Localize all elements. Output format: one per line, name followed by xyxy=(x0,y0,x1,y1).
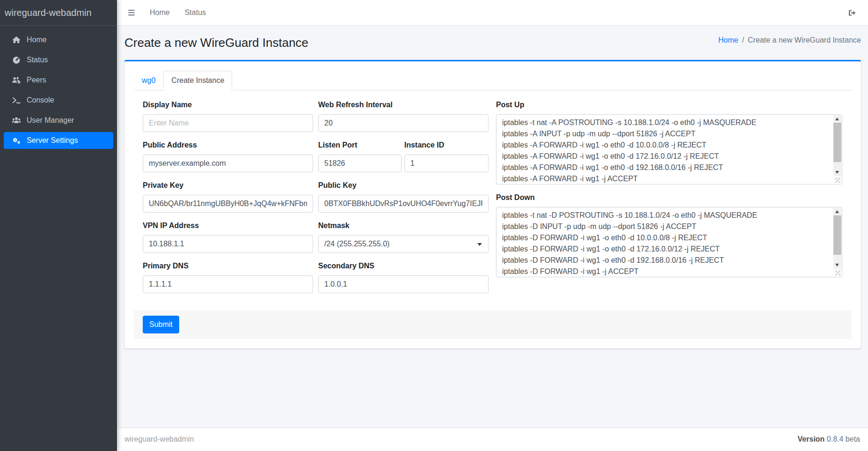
sidebar-item-label: Console xyxy=(27,96,54,104)
scroll-down-icon[interactable] xyxy=(833,169,841,176)
public-key-input[interactable] xyxy=(318,195,489,213)
tab-create-instance[interactable]: Create Instance xyxy=(163,71,232,90)
listen-port-label: Listen Port xyxy=(318,140,401,151)
form-footer-strip: Submit xyxy=(134,310,852,339)
sidebar-item-status[interactable]: Status xyxy=(4,52,113,68)
home-icon xyxy=(11,36,22,44)
netmask-select[interactable]: /24 (255.255.255.0) xyxy=(318,235,489,253)
scrollbar-thumb[interactable] xyxy=(833,123,841,162)
breadcrumb-separator: / xyxy=(742,36,744,44)
top-navbar: Home Status xyxy=(117,0,868,26)
users-gear-icon xyxy=(11,76,22,84)
sidebar-brand[interactable]: wireguard-webadmin xyxy=(0,0,117,26)
scroll-up-icon[interactable] xyxy=(833,208,841,215)
main-area: Home Status Create a new WireGuard Insta… xyxy=(117,0,868,451)
breadcrumb-current: Create a new WireGuard Instance xyxy=(748,36,861,44)
content-area: Create a new WireGuard Instance Home / C… xyxy=(117,26,868,428)
submit-button[interactable]: Submit xyxy=(143,316,179,333)
terminal-icon xyxy=(11,96,22,104)
primary-dns-input[interactable] xyxy=(143,275,313,293)
instance-form: Display Name Public Address Private Key xyxy=(143,99,852,301)
page-title: Create a new WireGuard Instance xyxy=(124,36,308,50)
secondary-dns-label: Secondary DNS xyxy=(318,260,489,272)
post-up-textarea[interactable]: iptables -t nat -A POSTROUTING -s 10.188… xyxy=(496,114,842,185)
resize-grip-icon[interactable] xyxy=(833,176,841,184)
sidebar-item-console[interactable]: Console xyxy=(4,92,113,109)
cogs-icon xyxy=(11,137,22,144)
sidebar-item-label: Server Settings xyxy=(27,136,78,145)
scroll-down-icon[interactable] xyxy=(833,261,841,269)
display-name-label: Display Name xyxy=(143,99,313,111)
footer-version: Version 0.8.4 beta xyxy=(798,435,860,451)
nav-status-link[interactable]: Status xyxy=(177,8,213,17)
post-down-label: Post Down xyxy=(496,192,842,203)
vpn-ip-label: VPN IP Address xyxy=(143,220,313,231)
scrollbar-thumb[interactable] xyxy=(833,215,841,255)
primary-dns-label: Primary DNS xyxy=(143,260,313,272)
sidebar-nav: Home Status xyxy=(0,26,117,149)
web-refresh-input[interactable] xyxy=(318,114,489,132)
display-name-input[interactable] xyxy=(143,114,313,132)
sidebar-item-peers[interactable]: Peers xyxy=(4,72,113,89)
post-up-label: Post Up xyxy=(496,99,842,111)
netmask-value: /24 (255.255.255.0) xyxy=(324,240,390,248)
post-down-textarea[interactable]: iptables -t nat -D POSTROUTING -s 10.188… xyxy=(496,207,842,277)
instance-tabs: wg0 Create Instance xyxy=(134,71,852,90)
private-key-input[interactable] xyxy=(143,195,313,213)
instance-card: wg0 Create Instance Display Name Public … xyxy=(124,60,861,348)
app-root: wireguard-webadmin Home Status xyxy=(0,0,868,451)
sidebar-item-label: User Manager xyxy=(27,116,74,125)
footer: wireguard-webadmin Version 0.8.4 beta xyxy=(117,428,868,451)
breadcrumb-home-link[interactable]: Home xyxy=(718,36,738,44)
vpn-ip-input[interactable] xyxy=(143,235,313,253)
public-address-input[interactable] xyxy=(143,155,313,172)
menu-toggle-icon[interactable] xyxy=(128,10,135,15)
instance-id-input[interactable] xyxy=(404,155,489,172)
public-key-label: Public Key xyxy=(318,180,489,191)
secondary-dns-input[interactable] xyxy=(318,275,489,293)
post-up-scrollbar[interactable] xyxy=(833,115,841,184)
sidebar-item-user-manager[interactable]: User Manager xyxy=(4,112,113,129)
sidebar-item-home[interactable]: Home xyxy=(4,31,113,48)
private-key-label: Private Key xyxy=(143,180,313,191)
sidebar-item-label: Home xyxy=(27,36,47,44)
sign-out-icon[interactable] xyxy=(840,9,864,17)
sidebar-item-server-settings[interactable]: Server Settings xyxy=(4,132,113,149)
public-address-label: Public Address xyxy=(143,140,313,151)
chevron-down-icon xyxy=(477,243,482,246)
nav-home-link[interactable]: Home xyxy=(142,8,177,17)
breadcrumb: Home / Create a new WireGuard Instance xyxy=(718,36,861,44)
gauge-icon xyxy=(11,56,22,64)
netmask-label: Netmask xyxy=(318,220,489,231)
post-down-scrollbar[interactable] xyxy=(833,208,841,276)
tab-wg0[interactable]: wg0 xyxy=(134,71,163,90)
resize-grip-icon[interactable] xyxy=(833,269,841,276)
footer-version-value: 0.8.4 beta xyxy=(827,435,860,443)
listen-port-input[interactable] xyxy=(318,155,401,172)
scroll-up-icon[interactable] xyxy=(833,115,841,123)
sidebar: wireguard-webadmin Home Status xyxy=(0,0,117,451)
footer-version-label: Version xyxy=(798,435,825,443)
instance-id-label: Instance ID xyxy=(404,140,489,151)
brand-text: wireguard-webadmin xyxy=(5,7,92,18)
sidebar-item-label: Peers xyxy=(27,76,46,84)
sidebar-item-label: Status xyxy=(27,56,48,64)
page-header: Create a new WireGuard Instance Home / C… xyxy=(124,33,861,52)
footer-app-name: wireguard-webadmin xyxy=(124,435,194,451)
users-icon xyxy=(11,117,22,124)
web-refresh-label: Web Refresh Interval xyxy=(318,99,489,111)
